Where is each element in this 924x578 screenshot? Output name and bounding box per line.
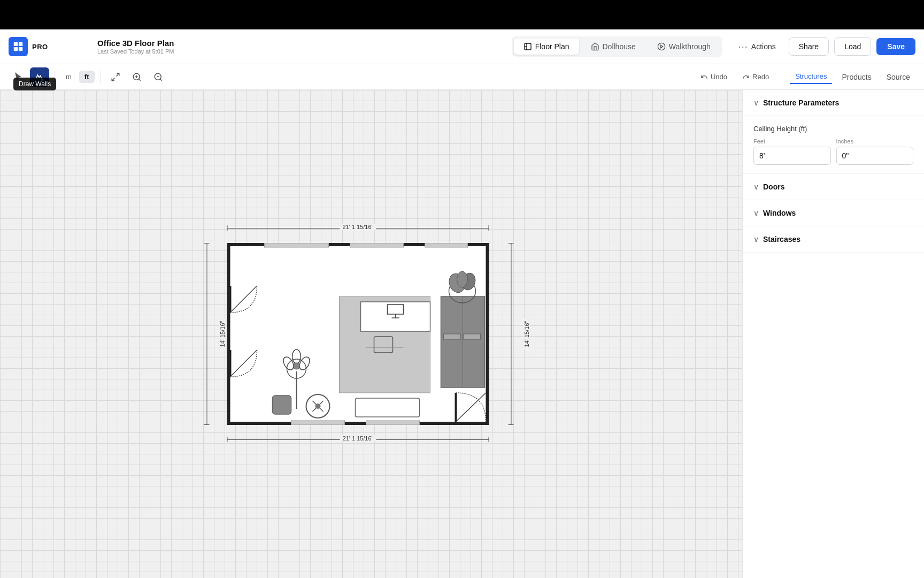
svg-marker-8 (660, 45, 663, 48)
svg-rect-20 (425, 243, 468, 247)
svg-rect-48 (273, 396, 291, 414)
svg-rect-21 (291, 421, 345, 425)
load-button[interactable]: Load (834, 37, 871, 56)
zoom-out-tool[interactable] (149, 67, 168, 87)
inches-input-group: Inches (836, 138, 914, 165)
svg-point-7 (658, 43, 665, 50)
feet-label: Feet (753, 138, 831, 144)
feet-input[interactable] (753, 147, 831, 165)
ceiling-height-label: Ceiling Height (ft) (753, 125, 913, 133)
undo-button[interactable]: Undo (695, 70, 733, 83)
tab-walkthrough-label: Walkthrough (669, 42, 711, 51)
tab-dollhouse-label: Dollhouse (603, 42, 636, 51)
floor-plan-svg (227, 243, 489, 425)
header-actions: ··· Actions Share Load Save (731, 37, 915, 57)
svg-rect-3 (19, 47, 22, 51)
tab-floor-plan[interactable]: Floor Plan (514, 39, 579, 55)
structure-parameters-title: Structure Parameters (763, 98, 839, 107)
share-button[interactable]: Share (789, 37, 829, 56)
svg-rect-2 (14, 47, 18, 51)
svg-rect-0 (14, 42, 18, 46)
floor-plan-container: 21' 1 15/16" 21' 1 15/16" (227, 243, 489, 425)
unit-m-button[interactable]: m (60, 71, 77, 83)
inches-label: Inches (836, 138, 914, 144)
svg-rect-32 (444, 334, 461, 339)
tab-products[interactable]: Products (836, 70, 876, 84)
dim-top: 21' 1 15/16" (340, 224, 376, 230)
svg-rect-18 (265, 243, 329, 247)
toolbar-right: Undo Redo Structures Products Source (695, 70, 915, 84)
svg-rect-19 (350, 243, 404, 247)
ceiling-height-body: Ceiling Height (ft) Feet Inches (743, 116, 924, 174)
logo-area: PRO (9, 37, 89, 56)
draw-walls-tooltip: Draw Walls (13, 78, 56, 90)
separator-3 (782, 71, 782, 83)
save-button[interactable]: Save (876, 38, 915, 55)
svg-line-15 (160, 79, 161, 80)
svg-point-47 (315, 404, 321, 409)
actions-label: Actions (751, 42, 776, 51)
unit-ft-button[interactable]: ft (79, 71, 95, 83)
windows-section-header[interactable]: ∨ Windows (743, 200, 924, 226)
canvas-area[interactable]: 21' 1 15/16" 21' 1 15/16" (0, 90, 742, 578)
project-info: Office 3D Floor Plan Last Saved Today at… (97, 39, 503, 55)
doors-section-header[interactable]: ∨ Doors (743, 174, 924, 200)
project-subtitle: Last Saved Today at 5:01 PM (97, 48, 503, 55)
svg-rect-22 (366, 421, 420, 425)
fit-view-tool[interactable] (106, 67, 125, 87)
tab-structures[interactable]: Structures (790, 70, 832, 84)
separator-2 (100, 71, 101, 83)
svg-line-11 (138, 79, 140, 80)
windows-title: Windows (763, 209, 796, 217)
svg-rect-1 (19, 42, 22, 46)
dim-left: 14' 15/16" (219, 318, 226, 350)
project-title: Office 3D Floor Plan (97, 39, 503, 48)
structure-parameters-header[interactable]: ∨ Structure Parameters (743, 90, 924, 116)
content-area: 21' 1 15/16" 21' 1 15/16" (0, 90, 924, 578)
svg-point-37 (457, 271, 468, 287)
tab-source[interactable]: Source (881, 70, 915, 84)
right-panel: ∨ Structure Parameters Ceiling Height (f… (742, 90, 924, 578)
tab-floor-plan-label: Floor Plan (535, 42, 569, 51)
tab-dollhouse[interactable]: Dollhouse (581, 39, 645, 55)
app-name: PRO (32, 43, 48, 51)
panel-content: ∨ Structure Parameters Ceiling Height (f… (743, 90, 924, 253)
svg-rect-49 (356, 398, 420, 417)
ceiling-height-inputs: Feet Inches (753, 138, 913, 165)
tab-walkthrough[interactable]: Walkthrough (648, 39, 720, 55)
dim-bottom: 21' 1 15/16" (340, 435, 376, 442)
dim-right: 14' 15/16" (523, 318, 530, 350)
toolbar: Draw Walls m ft (0, 64, 924, 90)
inches-input[interactable] (836, 147, 914, 165)
svg-rect-33 (464, 334, 481, 339)
staircases-section-header[interactable]: ∨ Staircases (743, 226, 924, 253)
redo-button[interactable]: Redo (737, 70, 774, 83)
nav-tabs: Floor Plan Dollhouse Walkthrough (512, 36, 722, 57)
svg-point-43 (294, 363, 300, 369)
feet-input-group: Feet (753, 138, 831, 165)
zoom-in-tool[interactable] (127, 67, 147, 87)
staircases-title: Staircases (763, 235, 800, 244)
doors-title: Doors (763, 182, 784, 191)
logo-icon (9, 37, 28, 56)
actions-button[interactable]: ··· Actions (731, 37, 783, 57)
